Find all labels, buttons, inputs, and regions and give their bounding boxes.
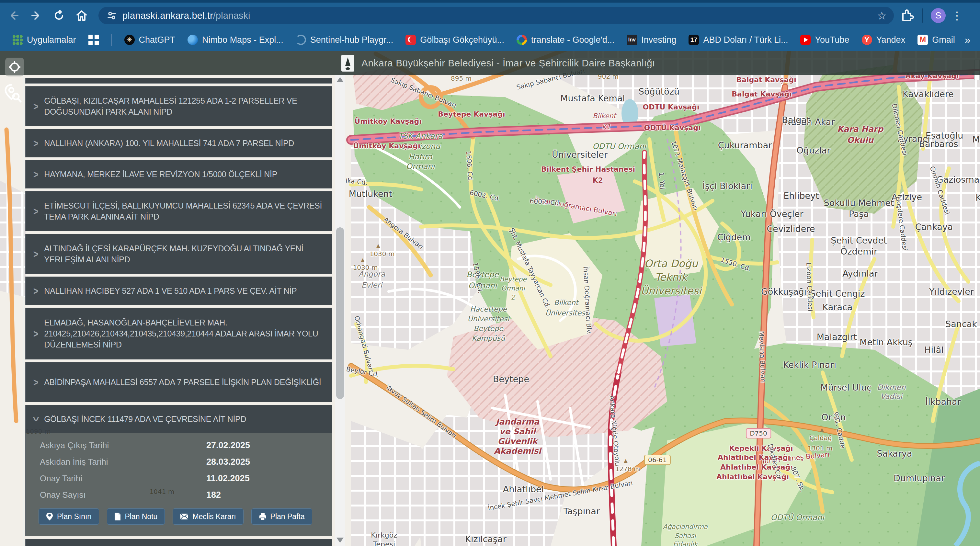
forward-button[interactable] [27,6,45,25]
window-frame [0,0,980,3]
bookmark-item[interactable]: YouTube [800,35,849,45]
scroll-down-arrow[interactable] [336,538,344,543]
plan-list-item[interactable]: >ABİDİNPAŞA MAHALLESİ 6557 ADA 7 PARSELE… [25,362,332,402]
chevron-down-icon: > [29,417,42,421]
list-item-partial[interactable] [25,78,332,84]
plan-list-item[interactable]: >ELMADAĞ, HASANOĞLAN-BAHÇELİEVLER MAH. 2… [25,308,332,360]
bookmark-item[interactable]: Gölbaşı Gökçehüyü... [406,35,504,45]
profile-initial: S [935,10,942,21]
chevron-right-icon: > [33,205,38,218]
plan-item-title: GÖLBAŞI İNCEK 111479 ADA VE ÇEVRESİNE Aİ… [44,414,255,425]
page-title: Ankara Büyükşehir Belediyesi - İmar ve Ş… [361,58,655,68]
browser-toolbar: planaski.ankara.bel.tr/planaski ☆ S ⋮ [0,3,980,29]
detail-field-label: Askıdan İniş Tarihi [40,457,108,467]
plan-item-title: GÖLBAŞI, KIZILCAŞAR MAHALLESİ 121255 ADA… [44,95,332,117]
plan-detail-panel: Askıya Çıkış Tarihi27.02.2025Askıdan İni… [25,433,332,536]
address-bar[interactable]: planaski.ankara.bel.tr/planaski ☆ [99,7,894,24]
tv-favicon-icon [689,35,699,45]
plan-item-title: ELMADAĞ, HASANOĞLAN-BAHÇELİEVLER MAH. 21… [44,317,332,350]
plan-list-item[interactable]: >NALLIHAN HACIBEY 527 ADA 1 VE 510 ADA 1… [25,277,332,305]
refresh-icon [56,10,62,19]
plan-list-item[interactable]: >ALTINDAĞ İLÇESİ KARAPÜRÇEK MAH. KUZEYDO… [25,234,332,274]
detail-button-row: Plan SınırıPlan NotuMeclis KararıPlan Pa… [38,508,312,525]
ankara-municipality-logo-icon [341,55,354,72]
plan-list-item[interactable]: >GÖLBAŞI, KIZILCAŞAR MAHALLESİ 121255 AD… [25,86,332,126]
bookmark-item[interactable]: ABD Doları / Türk Li... [689,35,788,45]
bookmark-squares[interactable] [88,35,99,45]
toolbar-divider [922,8,923,23]
url-path: /planaski [213,10,250,21]
button-label: Plan Notu [125,512,158,521]
toolbar-right: S ⋮ [900,8,960,23]
home-button[interactable] [73,6,91,25]
home-icon [77,11,86,20]
plan-item-title: NALLIHAN (ANKARA) 100. YIL MAHALLESİ 741… [44,138,302,149]
chevron-right-icon: > [33,100,38,113]
bookmarks-overflow-chevron[interactable]: » [965,34,970,46]
google-favicon-icon [517,35,527,45]
bookmark-label: Sentinel-hub Playgr... [310,35,393,45]
refresh-button[interactable] [50,6,68,25]
plan-list-item[interactable]: >ETİMESGUT ERYAMAN MAH. 48506 ADA 2 PARS… [25,539,332,546]
bookmark-label: ChatGPT [139,35,175,45]
app-header: Ankara Büyükşehir Belediyesi - İmar ve Ş… [0,51,980,75]
scroll-up-arrow[interactable] [336,77,344,82]
plan-list-item[interactable]: >HAYMANA, MERKEZ İLAVE VE REVİZYON 1/500… [25,160,332,188]
chatgpt-favicon-icon [124,35,135,45]
profile-avatar[interactable]: S [931,8,946,23]
pin-search-icon [4,84,22,103]
forward-arrow-icon [32,12,38,19]
bookmark-item[interactable]: ChatGPT [124,35,175,45]
locate-me-button[interactable] [5,58,24,76]
chevron-right-icon: > [33,137,38,150]
bookmark-label: Uygulamalar [27,35,76,45]
golbasi-favicon-icon [406,35,416,45]
panel-scrollbar[interactable] [335,75,345,546]
crosshair-icon [8,60,21,73]
plan-pafta-button[interactable]: Plan Pafta [251,508,312,525]
detail-field-value: 27.02.2025 [206,441,250,450]
bookmark-item[interactable]: Nimbo Maps - Expl... [188,35,283,45]
site-info-icon[interactable] [107,11,116,21]
plan-list-item[interactable]: >ETİMESGUT İLÇESİ, BALLIKUYUMCU MAHALLES… [25,191,332,231]
button-label: Plan Sınırı [57,512,92,521]
detail-field-label: Askıya Çıkış Tarihi [40,441,109,450]
plan-item-title: HAYMANA, MERKEZ İLAVE VE REVİZYON 1/5000… [44,169,286,180]
bookmark-item[interactable]: Gmail [918,35,955,45]
extensions-icon[interactable] [900,9,914,22]
detail-field-value: 11.02.2025 [206,473,250,484]
bookmark-label: YouTube [815,35,849,45]
plan-s-n-r--button[interactable]: Plan Sınırı [38,508,99,525]
browser-menu-icon[interactable]: ⋮ [951,9,960,22]
plan-notu-button[interactable]: Plan Notu [107,508,165,525]
plan-item-title: ABİDİNPAŞA MAHALLESİ 6557 ADA 7 PARSELE … [44,377,329,388]
plan-list-item[interactable]: >GÖLBAŞI İNCEK 111479 ADA VE ÇEVRESİNE A… [25,405,332,433]
gmail-favicon-icon [918,35,928,45]
chevron-right-icon: > [33,247,38,260]
sentinel-favicon-icon [296,35,306,45]
bookmark-label: Gmail [932,35,955,45]
yandex-favicon-icon [862,35,872,45]
bookmark-apps[interactable]: Uygulamalar [12,35,76,45]
bookmark-item[interactable]: Sentinel-hub Playgr... [296,35,393,45]
search-location-button[interactable] [3,81,23,105]
bookmark-star-icon[interactable]: ☆ [877,9,887,22]
scrollbar-thumb[interactable] [336,227,344,399]
youtube-favicon-icon [800,35,811,45]
panel-left-border [23,75,24,546]
back-arrow-icon [11,12,18,19]
apps-grid-icon [12,35,23,45]
back-button[interactable] [5,6,23,25]
bookmark-item[interactable]: Yandex [862,35,905,45]
button-label: Meclis Kararı [192,512,236,521]
chevron-right-icon: > [33,376,38,388]
plan-list-panel: >GÖLBAŞI, KIZILCAŞAR MAHALLESİ 121255 AD… [25,75,332,546]
plan-list-item[interactable]: >NALLIHAN (ANKARA) 100. YIL MAHALLESİ 74… [25,129,332,158]
squares-icon [88,35,99,45]
bookmark-item[interactable]: Investing [627,35,676,45]
chevron-right-icon: > [33,284,38,297]
chevron-right-icon: > [33,168,38,181]
bookmark-label: Investing [641,35,676,45]
meclis-karar--button[interactable]: Meclis Kararı [173,508,243,525]
bookmark-item[interactable]: translate - Google'd... [517,35,614,45]
